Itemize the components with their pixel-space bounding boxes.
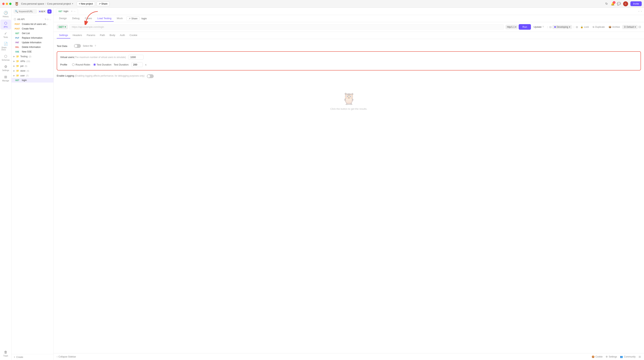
sidebar-item-tests[interactable]: ✓ Tests <box>0 30 11 40</box>
share-top-button[interactable]: ↗ Share <box>96 1 110 6</box>
run-button[interactable]: Run <box>519 24 531 30</box>
notification-icon[interactable]: 🔔 2 <box>611 2 615 6</box>
sidebar-item-manage[interactable]: ⊞ Manage <box>0 73 11 83</box>
expand-bottom-icon[interactable]: ⊞ <box>639 355 641 358</box>
avatar[interactable]: C <box>623 1 628 6</box>
manage-icon: ⊞ <box>4 75 7 79</box>
all-api-row[interactable]: ⬡ All API ↻ ◇ … <box>12 16 54 22</box>
folder-apis[interactable]: ▶ 📁 APIs (10) <box>12 59 54 63</box>
comment-icon[interactable]: 💬 <box>617 2 621 6</box>
tab-login[interactable]: GET login + ··· <box>56 8 78 14</box>
environment-selector[interactable]: Developing ▾ <box>552 25 572 29</box>
search-input[interactable] <box>19 10 34 13</box>
test-data-toggle[interactable] <box>74 44 81 48</box>
project-dropdown-icon[interactable]: ▾ <box>72 2 73 5</box>
folder-icon: 📁 <box>16 69 19 72</box>
test-duration-radio-input[interactable] <box>93 63 96 66</box>
list-item[interactable]: POST Create New <box>12 26 54 31</box>
bottom-bar: ‹ Collapse Sidebar 🍪 Cookie ⚙ Settings 👥… <box>54 353 644 360</box>
sidebar-toggle-icon[interactable]: ⊟ <box>638 25 641 29</box>
community-button[interactable]: 👥 Community <box>620 356 636 358</box>
stab-headers[interactable]: Headers <box>70 32 84 38</box>
share-button[interactable]: ↗ Share <box>126 16 140 21</box>
prev-icon[interactable]: ‹ <box>638 10 639 13</box>
toggle-slider <box>74 44 81 48</box>
maximize-button[interactable] <box>9 3 12 5</box>
tab-cases[interactable]: Cases <box>82 15 94 22</box>
list-item-login[interactable]: GET login <box>12 78 54 82</box>
list-item[interactable]: GET Get List <box>12 31 54 36</box>
project-name: Cora personal project <box>47 2 71 5</box>
stab-path[interactable]: Path <box>98 32 107 38</box>
sidebar-item-settings[interactable]: ⚙ Settings <box>0 63 11 73</box>
select-file-link[interactable]: Select file <box>83 45 93 47</box>
cookie-button[interactable]: 🍪 Cookie <box>592 356 602 358</box>
stab-cookie[interactable]: Cookie <box>127 32 140 38</box>
search-box[interactable]: 🔍 <box>14 9 37 13</box>
tab-mock[interactable]: Mock <box>114 15 125 22</box>
test-duration-input[interactable] <box>131 62 143 67</box>
method-select[interactable]: GET ▾ <box>57 24 68 29</box>
invite-button[interactable]: Invite <box>630 1 642 6</box>
list-item[interactable]: SSE New SSE <box>12 49 54 54</box>
share-icon: ↗ <box>128 17 130 20</box>
create-button[interactable]: + Create <box>14 356 51 359</box>
request-bar: GET ▾ http/1.1 ▾ Run Update ? | ⊟ Develo… <box>54 22 644 32</box>
default-selector[interactable]: D Default ▾ <box>622 25 638 29</box>
tab-load-testing[interactable]: Load Testing <box>95 15 114 22</box>
stab-auth[interactable]: Auth <box>118 32 127 38</box>
http-version-select[interactable]: http/1.1 ▾ <box>506 25 518 29</box>
sidebar-item-trash[interactable]: 🗑 Trash <box>0 349 11 359</box>
url-input[interactable] <box>70 24 504 30</box>
refresh-icon[interactable]: ↻ <box>605 2 608 6</box>
tab-login-label: login <box>140 15 148 21</box>
round-robin-radio-input[interactable] <box>72 63 74 66</box>
add-api-button[interactable]: + <box>47 9 52 13</box>
filter-badge[interactable]: All ▾ <box>38 10 46 13</box>
sidebar-item-schemas[interactable]: ⬡ Schemas <box>0 53 11 63</box>
method-badge-del: DEL <box>14 46 21 48</box>
close-button[interactable] <box>2 3 4 5</box>
stab-params[interactable]: Params <box>84 32 98 38</box>
topbar-right: ↻ 🔔 2 💬 C Invite <box>605 1 642 6</box>
list-item[interactable]: PUT Replace Information <box>12 36 54 40</box>
search-icon: 🔍 <box>15 10 18 13</box>
logging-label: Enable Logging <box>57 74 74 77</box>
logging-toggle[interactable] <box>147 74 154 78</box>
archive-button[interactable]: 📦 Archive <box>607 25 622 29</box>
folder-user[interactable]: ▶ 📁 user (7) <box>12 73 54 78</box>
list-item[interactable]: PAT Update Information <box>12 40 54 45</box>
breadcrumb-separator: / <box>45 2 46 5</box>
update-button[interactable]: Update ? <box>532 24 546 29</box>
logging-hint: (Enabling logging affects performance, f… <box>75 74 144 77</box>
method-badge-post: POST <box>14 27 21 30</box>
empty-owl-icon: 🦉 <box>342 92 356 105</box>
sidebar-item-apis[interactable]: ⬡ APIs <box>0 19 11 29</box>
stab-body[interactable]: Body <box>107 32 118 38</box>
tab-debug[interactable]: Debug <box>70 15 82 22</box>
settings-button[interactable]: ⚙ Settings <box>606 356 617 358</box>
sidebar-item-history[interactable]: 🕒 History <box>0 9 11 19</box>
lock-button[interactable]: 🔒 Lock <box>579 25 590 29</box>
new-project-button[interactable]: + New project <box>77 1 95 6</box>
tab-plus-icon[interactable]: + <box>71 10 72 13</box>
sidebar-item-share-docs[interactable]: 📄 Share Docs <box>0 40 11 52</box>
virtual-users-input[interactable] <box>128 55 144 59</box>
next-icon[interactable]: › <box>641 10 642 13</box>
folder-store[interactable]: ▶ 📁 store (4) <box>12 68 54 73</box>
test-duration-radio[interactable]: Test Duration <box>93 63 112 66</box>
folder-pet[interactable]: ▶ 📁 pet (9) <box>12 63 54 68</box>
tab-more-icon[interactable]: ··· <box>74 10 76 13</box>
filter-icon[interactable]: ⊟ <box>549 25 552 28</box>
folder-testing[interactable]: ▶ 📁 Testing (2) <box>12 54 54 59</box>
round-robin-radio[interactable]: Round-Robin <box>72 63 90 66</box>
list-item[interactable]: POST Creates list of users wit... <box>12 22 54 26</box>
collapse-sidebar-button[interactable]: ‹ Collapse Sidebar <box>57 356 76 358</box>
minimize-button[interactable] <box>6 3 8 5</box>
stab-settings[interactable]: Settings <box>57 32 70 38</box>
test-data-help-icon[interactable]: ? <box>95 45 96 47</box>
duplicate-button[interactable]: ⧉ Duplicate <box>591 25 606 29</box>
expand-icon[interactable]: ⊞ <box>576 25 578 28</box>
tab-design[interactable]: Design <box>57 15 69 22</box>
list-item[interactable]: DEL Delete Information <box>12 45 54 49</box>
